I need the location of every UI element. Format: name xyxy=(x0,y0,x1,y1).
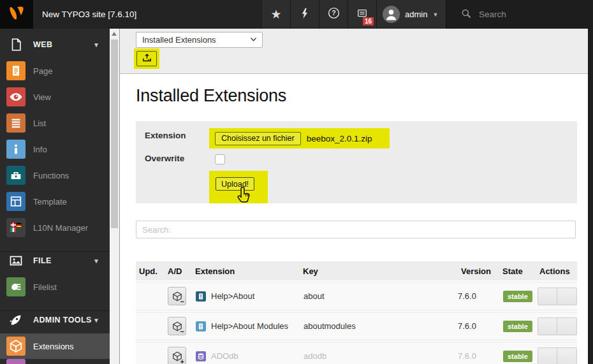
topbar-search[interactable]: Search xyxy=(446,0,593,29)
sidebar-item-page[interactable]: Page xyxy=(0,58,110,84)
sidebar-item-label: Extensions xyxy=(33,342,74,351)
sidebar-item-template[interactable]: Template xyxy=(0,189,110,214)
sidebar-section-admin-tools[interactable]: ADMIN TOOLS▼ xyxy=(0,307,110,333)
l10n-icon xyxy=(6,218,26,237)
scrollbar-thumb[interactable] xyxy=(111,40,118,228)
extension-version: 7.6.0 xyxy=(458,351,499,361)
collapse-caret-icon: ▼ xyxy=(93,258,99,265)
action-button-2[interactable] xyxy=(557,288,577,305)
info-icon xyxy=(6,140,26,159)
chosen-file-name: beebox_2.0.1.zip xyxy=(307,134,372,143)
hand-cursor-icon xyxy=(237,186,253,205)
ad-sign: + xyxy=(180,358,184,364)
extension-cell: Help>About xyxy=(192,291,300,302)
uninstall-extension-button[interactable]: − xyxy=(168,317,186,335)
ext-doc-icon xyxy=(196,291,206,302)
bookmarks-button[interactable]: ★ xyxy=(261,0,290,29)
sidebar-item-functions[interactable]: Functions xyxy=(0,163,110,188)
column-header-extension: Extension xyxy=(192,266,300,276)
typo3-backend: New TYPO3 site [7.6.10] ★ ? xyxy=(0,0,593,364)
sidebar-item-list[interactable]: List xyxy=(0,110,110,136)
topbar-search-label: Search xyxy=(479,10,506,19)
column-header-key: Key xyxy=(300,266,458,276)
install-extension-button[interactable]: + xyxy=(168,347,186,364)
action-button-2[interactable] xyxy=(557,317,577,335)
upload-extension-button[interactable] xyxy=(136,51,157,66)
ad-cell: − xyxy=(164,317,192,335)
extension-key: aboutmodules xyxy=(300,321,458,331)
module-menu: WEB▼PageViewListInfoFunctionsTemplateL10… xyxy=(0,29,110,364)
sidebar-item-label: View xyxy=(33,92,51,102)
sidebar-section-label: FILE xyxy=(33,256,52,265)
ad-sign: − xyxy=(180,328,184,335)
column-header-ad: A/D xyxy=(164,266,192,276)
svg-text:?: ? xyxy=(332,9,335,17)
sidebar-item-filelist[interactable]: Filelist xyxy=(0,274,110,300)
column-header-state: State xyxy=(499,266,536,276)
web-section-icon xyxy=(8,37,24,52)
page-title: Installed Extensions xyxy=(136,86,286,106)
extension-cell: Help>About Modules xyxy=(192,321,300,331)
extension-field-label: Extension xyxy=(145,131,186,140)
action-button-2[interactable] xyxy=(557,347,577,364)
bolt-icon xyxy=(298,7,311,22)
collapse-caret-icon: ▼ xyxy=(93,41,99,48)
ext-db-icon xyxy=(196,351,206,361)
sidebar-section-file[interactable]: FILE▼ xyxy=(0,248,110,273)
extension-version: 7.6.0 xyxy=(458,321,499,331)
ad-cell: + xyxy=(164,347,192,364)
opendocs-button[interactable]: 16 xyxy=(348,0,376,29)
action-button-1[interactable] xyxy=(538,288,557,305)
extension-table-row: − Help>About Modules aboutmodules 7.6.0 … xyxy=(136,312,577,340)
sidebar-item-l10n-manager[interactable]: L10N Manager xyxy=(0,215,110,240)
file-section-icon xyxy=(8,253,24,268)
column-header-upd: Upd. xyxy=(136,266,164,276)
state-cell: stable xyxy=(499,291,536,302)
sidebar-item-label: List xyxy=(33,119,46,128)
sidebar-item-info[interactable]: Info xyxy=(0,136,110,162)
extension-search-input[interactable] xyxy=(136,221,576,238)
help-icon: ? xyxy=(327,6,340,22)
extension-table: Upd.A/DExtensionKeyVersionStateActions −… xyxy=(136,261,577,364)
docheader: Installed Extensions xyxy=(120,29,588,74)
sidebar-item-label: Template xyxy=(33,197,67,207)
sidebar-item-view[interactable]: View xyxy=(0,84,110,110)
uninstall-extension-button[interactable]: − xyxy=(168,287,186,305)
extension-table-row: + ADOdb adodb 7.6.0 stable xyxy=(136,342,577,364)
sidebar-item-partial[interactable] xyxy=(6,359,26,364)
clear-cache-button[interactable] xyxy=(290,0,319,29)
upload-form-panel: Extension Choisissez un fichier beebox_2… xyxy=(136,121,577,203)
ad-sign: − xyxy=(180,298,184,305)
actions-cell xyxy=(536,317,577,335)
search-icon xyxy=(460,8,472,21)
opendocs-count-badge: 16 xyxy=(363,17,374,25)
actions-cell xyxy=(536,347,577,364)
help-button[interactable]: ? xyxy=(319,0,348,29)
typo3-logo[interactable] xyxy=(0,0,33,29)
sidebar-scrollbar[interactable] xyxy=(110,29,119,364)
column-header-version: Version xyxy=(458,266,499,276)
sidebar-item-label: Page xyxy=(33,66,52,76)
state-badge: stable xyxy=(503,291,532,302)
state-cell: stable xyxy=(499,321,536,332)
sidebar-item-label: Functions xyxy=(33,171,69,180)
view-icon xyxy=(6,87,26,106)
extension-key: about xyxy=(300,291,458,301)
site-title: New TYPO3 site [7.6.10] xyxy=(33,0,261,29)
admin-section-icon xyxy=(8,312,24,328)
action-button-1[interactable] xyxy=(538,317,557,335)
user-menu[interactable]: admin ▼ xyxy=(376,0,446,29)
sidebar-section-web[interactable]: WEB▼ xyxy=(0,32,110,57)
avatar xyxy=(383,6,400,23)
scrollbar-up-arrow-icon[interactable] xyxy=(112,32,117,36)
overwrite-checkbox[interactable] xyxy=(215,154,225,164)
sidebar-item-extensions[interactable]: Extensions xyxy=(0,333,110,359)
choose-file-button[interactable]: Choisissez un fichier xyxy=(215,132,301,145)
module-select[interactable]: Installed Extensions xyxy=(136,32,263,48)
select-caret-icon xyxy=(249,35,258,45)
typo3-logo-icon xyxy=(7,4,26,25)
sidebar-item-label: Filelist xyxy=(33,282,57,292)
extension-key: adodb xyxy=(300,351,458,361)
action-button-1[interactable] xyxy=(538,347,557,364)
template-icon xyxy=(6,192,26,211)
